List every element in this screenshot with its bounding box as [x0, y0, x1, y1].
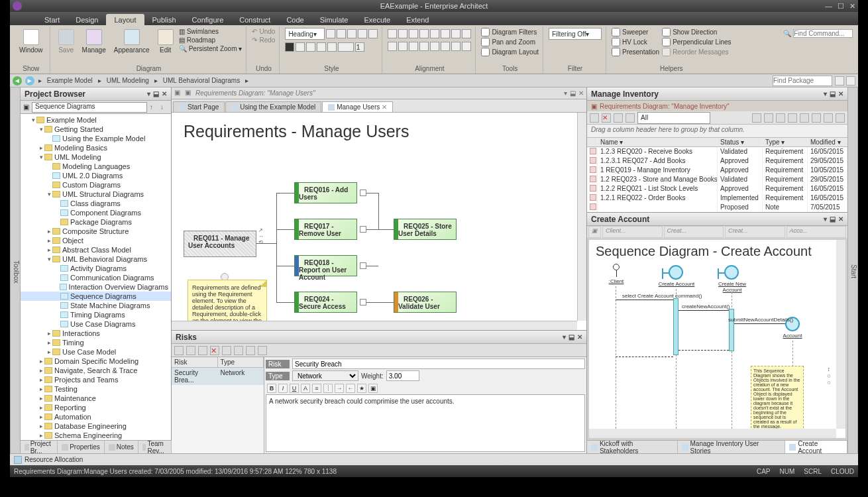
autohide-icon[interactable]: ⬓ [153, 90, 159, 97]
inventory-row[interactable]: 1.2 REQ023 - Store and Manage BooksValid… [587, 175, 847, 184]
canvas-scrollbar-v[interactable] [577, 113, 586, 321]
menu-tab-code[interactable]: Code [278, 14, 311, 25]
risk-new-icon[interactable] [174, 346, 184, 355]
diagram-canvas[interactable]: Requirements - Manage Users REQ011 - Man… [172, 113, 586, 330]
tree-node[interactable]: ▾UML Behavioral Diagrams [21, 254, 171, 264]
manage-button[interactable]: Manage [80, 28, 109, 55]
tree-node[interactable]: ▸Database Engineering [21, 421, 171, 431]
menu-tab-design[interactable]: Design [68, 14, 106, 25]
ca-scroll-v[interactable] [836, 240, 845, 429]
tree-node[interactable]: Timing Diagrams [21, 310, 171, 319]
project-tree[interactable]: ▾Example Model▾Getting StartedUsing the … [21, 114, 171, 440]
req-r24[interactable]: REQ024 - Secure Access [294, 292, 357, 313]
diagram-tab[interactable]: Using the Example Model [225, 101, 321, 112]
ca-note[interactable]: This Sequence Diagram shows the Objects … [751, 366, 804, 431]
alignment-row-2[interactable] [388, 42, 471, 51]
tree-node[interactable]: ▸Object [21, 236, 171, 245]
req-r17[interactable]: REQ017 - Remove User [294, 219, 357, 240]
presentation-check[interactable]: Presentation [612, 48, 659, 56]
risk-sort-icon[interactable] [222, 346, 231, 355]
tree-node[interactable]: ▸Interactions [21, 329, 171, 338]
pb-scope-combo[interactable]: Sequence Diagrams [32, 102, 147, 113]
ca-canvas[interactable]: Sequence Diagram - Create Account :Clien… [588, 239, 846, 439]
right-tab[interactable]: Create Account [785, 441, 847, 453]
req-r25[interactable]: REQ025 - Store User Details [394, 219, 457, 240]
search-icon[interactable] [835, 76, 844, 85]
req-r26[interactable]: REQ026 - Validate User [394, 292, 457, 313]
bold-icon[interactable]: B [267, 384, 276, 393]
breadcrumb-seg-1[interactable]: UML Modeling [104, 77, 152, 84]
menu-tab-start[interactable]: Start [36, 14, 68, 25]
tree-node[interactable]: UML 2.0 Diagrams [21, 171, 171, 180]
tree-node[interactable]: Using the Example Model [21, 134, 171, 143]
right-tab[interactable]: Manage Inventory User Stories [678, 441, 786, 453]
tree-node[interactable]: Class diagrams [21, 199, 171, 208]
find-package-input[interactable] [773, 76, 832, 86]
inventory-row[interactable]: 1.2.3 REQ020 - Receive BooksValidatedReq… [587, 147, 847, 156]
inventory-row[interactable]: 1 REQ019 - Manage InventoryApprovedRequi… [587, 166, 847, 175]
undo-button[interactable]: ↶ Undo [252, 28, 275, 35]
inv-filter-combo[interactable]: All [637, 112, 710, 124]
pb-icon[interactable]: ▣ [23, 103, 29, 111]
underline-icon[interactable]: U [290, 384, 299, 393]
inventory-grid[interactable]: Name ▾ Status ▾ Type ▾ Modified ▾ 1.2.3 … [587, 138, 847, 212]
tree-node[interactable]: Communication Diagrams [21, 273, 171, 282]
nav-icon-1[interactable]: ▣ [174, 89, 184, 98]
inventory-row[interactable]: 1.2.1 REQ022 - Order BooksImplementedReq… [587, 193, 847, 203]
diagram-filters-option[interactable]: Diagram Filters [481, 28, 539, 36]
roadmap-option[interactable]: ▤ Roadmap [179, 36, 243, 44]
menu-tab-layout[interactable]: Layout [106, 14, 144, 25]
tree-node[interactable]: ▸Schema Engineering [21, 431, 171, 440]
breadcrumb-seg-0[interactable]: Example Model [44, 77, 95, 84]
maximize-button[interactable]: ☐ [838, 2, 844, 11]
inventory-row[interactable]: ProposedNote7/05/2015 [587, 203, 847, 212]
tree-node[interactable]: ▸Maintenance [21, 394, 171, 403]
inv-del-icon[interactable]: ✕ [602, 113, 611, 123]
menu-tab-publish[interactable]: Publish [144, 14, 184, 25]
filter-combo[interactable]: Filtering Off ▾ [549, 28, 602, 40]
inv-new-icon[interactable] [590, 113, 599, 123]
tree-node[interactable]: ▸Domain Specific Modeling [21, 357, 171, 366]
nav-fwd-button[interactable]: ► [25, 76, 34, 85]
menu-tab-construct[interactable]: Construct [231, 14, 278, 25]
italic-icon[interactable]: I [278, 384, 288, 393]
pin-icon[interactable]: ▾ [147, 90, 150, 97]
menu-tab-configure[interactable]: Configure [184, 14, 232, 25]
alignment-row-1[interactable] [388, 29, 471, 38]
start-sidebar[interactable]: Start [847, 87, 858, 453]
pan-zoom-option[interactable]: Pan and Zoom [481, 38, 539, 46]
inventory-row[interactable]: 1.2.3.1 REQ027 - Add BooksApprovedRequir… [587, 156, 847, 166]
show-direction-check[interactable]: Show Direction [662, 28, 731, 36]
save-button[interactable]: Save [56, 28, 77, 55]
tree-icon[interactable] [846, 76, 855, 85]
breadcrumb-seg-2[interactable]: UML Behavioral Diagrams [160, 77, 243, 84]
tree-node[interactable]: ▸Reporting [21, 403, 171, 412]
numlist-icon[interactable]: ⋮ [323, 384, 333, 393]
req-r18[interactable]: REQ018 - Report on User Account [294, 255, 357, 276]
risk-type-select[interactable]: Network [292, 370, 358, 381]
risk-description[interactable]: A network security breach could comprimi… [266, 394, 585, 452]
risk-opt-icon[interactable] [246, 346, 255, 355]
req-main[interactable]: REQ011 - Manage User Accounts [184, 231, 256, 257]
left-tab[interactable]: Team Rev... [138, 441, 172, 453]
tree-node[interactable]: Activity Diagrams [21, 264, 171, 273]
hvlock-check[interactable]: HV Lock [612, 38, 659, 46]
tree-node[interactable]: ▸Modeling Basics [21, 143, 171, 152]
window-button[interactable]: Window [17, 28, 46, 55]
inventory-row[interactable]: 1.2.2 REQ021 - List Stock LevelsApproved… [587, 184, 847, 193]
appearance-button[interactable]: Appearance [111, 28, 152, 55]
right-tab[interactable]: Kickoff with Stakeholders [587, 441, 678, 453]
pb-up-icon[interactable]: ↑ [150, 103, 158, 111]
tree-node[interactable]: ▾UML Modeling [21, 152, 171, 162]
resource-allocation-bar[interactable]: Resource Allocation [10, 453, 858, 465]
find-command-input[interactable] [793, 29, 853, 38]
swimlanes-option[interactable]: ▥ Swimlanes [179, 28, 243, 35]
redo-button[interactable]: ↷ Redo [252, 36, 275, 44]
menu-tab-execute[interactable]: Execute [356, 14, 398, 25]
tree-node[interactable]: State Machine Diagrams [21, 301, 171, 310]
panel-close-icon[interactable]: ✕ [162, 90, 167, 97]
style-icons-row[interactable]: 1 [285, 42, 364, 52]
req-r16[interactable]: REQ016 - Add Users [294, 182, 357, 203]
inv-refresh-icon[interactable] [614, 113, 623, 123]
nav-back-button[interactable]: ◄ [13, 76, 22, 85]
